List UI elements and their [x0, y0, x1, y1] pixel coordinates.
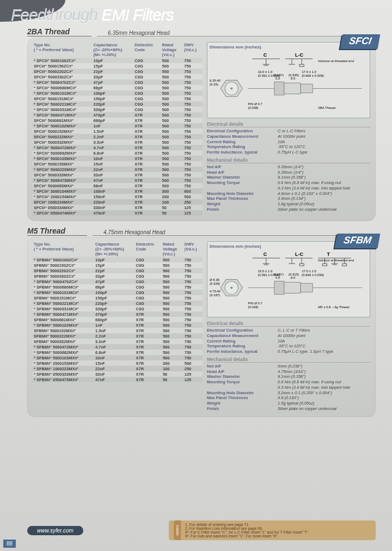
cell-dwv: 750 [183, 328, 203, 333]
svg-text:C: C [264, 252, 267, 257]
col-dwv: DWV(Vd.c.) [183, 241, 203, 257]
cell-rv: 50 [161, 210, 183, 216]
mechanical-heading: Mechanical details [207, 357, 370, 363]
cell-pn: * SFBM#¹ 5000472MX#² [33, 344, 94, 350]
cell-dwv: 750 [183, 350, 203, 355]
cell-dwv: 750 [183, 85, 203, 90]
filter-drawing-icon: C L-C Inductor at threaded end T 15.0 ± … [209, 249, 369, 315]
cell-cap: 47nF [94, 377, 134, 382]
svg-text:(0.197): (0.197) [273, 74, 284, 77]
cell-rv: 500 [161, 150, 183, 156]
cell-pn: SFCI#¹ 0500334MX#² [33, 205, 93, 210]
table-row: SFCI#¹ 5000151MC#² 150pF C0G 500 750 [33, 96, 203, 101]
cell-rv: 50 [162, 371, 183, 377]
svg-text:8.0: 8.0 [291, 276, 296, 279]
cell-dwv: 750 [183, 63, 203, 69]
table-row: * SFBM#¹ 5000470ZC#² 47pF C0G 500 750 [33, 279, 203, 284]
parts-table: Type No.( * = Preferred Value) Capacitan… [33, 42, 203, 216]
cell-diel: X7R [135, 322, 162, 328]
cell-diel: X7R [133, 139, 161, 145]
col-rv: RatedVoltage(Vd.c.) [161, 42, 183, 58]
cell-pn: * SFBM#¹ 2000153MX#² [33, 360, 94, 366]
svg-text:C: C [264, 52, 267, 58]
detail-row: Temperature Rating-55°C to 125°C [207, 344, 370, 349]
cell-dwv: 750 [183, 139, 203, 145]
note-line: 1. For details of ordering see page 71. [185, 523, 371, 526]
svg-rect-52 [342, 264, 347, 266]
cell-rv: 500 [162, 295, 183, 301]
cell-rv: 500 [161, 161, 183, 167]
table-row: * SFCI#¹ 5000331MC#² 330pF C0G 500 750 [33, 107, 203, 112]
cell-dwv: 750 [183, 177, 203, 183]
svg-text:15.0 ± 1.0: 15.0 ± 1.0 [258, 270, 273, 273]
table-row: SFBM#¹ 5000222MX#² 2.2nF X7R 500 750 [33, 333, 203, 339]
dimensions-diagram: Dimensions mm (inches) C L-C Inductor at… [207, 241, 370, 317]
cell-dwv: 750 [183, 262, 203, 268]
svg-text:PIN Ø 0.7: PIN Ø 0.7 [248, 302, 262, 305]
cell-dwv: 750 [183, 161, 203, 167]
dimensions-diagram: Dimensions mm (inches) C L-C Inductor at… [207, 42, 370, 118]
table-row: SFCI#¹ 5000332MX#² 3.3nF X7R 500 750 [33, 139, 203, 145]
table-row: * SFBM#¹ 5000102MX#² 1nF X7R 500 750 [33, 322, 203, 328]
cell-dwv: 750 [183, 58, 203, 63]
cell-pn: * SFBM#¹ 5000470ZC#² [33, 279, 94, 284]
detail-row: Nut A/F6.35mm (1/4") [207, 164, 370, 170]
cell-cap: 15pF [94, 262, 134, 268]
cell-diel: X7R [133, 123, 161, 128]
detail-row: Current Rating10A [207, 139, 370, 145]
detail-row: Current Rating10A [207, 339, 370, 344]
note-line: 2. For Insertion Loss information see pa… [185, 526, 371, 530]
cell-cap: 220nF [93, 199, 134, 205]
cell-cap: 2.2nF [93, 134, 134, 139]
table-row: SFCI#¹ 5000150ZC#² 15pF C0G 500 750 [33, 63, 203, 69]
detail-row: Electrical ConfigurationC, L-C or T Filt… [207, 328, 370, 333]
svg-rect-65 [274, 281, 284, 294]
cell-rv: 500 [161, 112, 183, 118]
cell-diel: C0G [133, 74, 161, 79]
table-row: * SFCI#¹ 0500474MX#² 470nF X7R 50 125 [33, 210, 203, 216]
svg-rect-10 [299, 64, 304, 66]
cell-dwv: 750 [183, 279, 203, 284]
cell-dwv: 750 [183, 339, 203, 344]
note-line: #³. For C Filter insert "C", for L-C Fil… [185, 530, 371, 534]
cell-pn: * SFCI#¹ 5000473MX#² [33, 177, 93, 183]
cell-diel: X7R [133, 134, 161, 139]
cell-diel: X7R [135, 371, 162, 377]
detail-row: Electrical ConfigurationC or L-C Filters [207, 128, 370, 134]
table-row: * SFCI#¹ 5000680MC#² 68pF C0G 500 750 [33, 85, 203, 90]
detail-row: Mounting Hole Diameter5.2mm ± 0.1 (0.205… [207, 390, 370, 396]
cell-diel: X7R [133, 128, 161, 134]
svg-text:PIN Ø 0.7: PIN Ø 0.7 [248, 102, 262, 106]
cell-cap: 330pF [94, 306, 134, 311]
cell-pn: * SFCI#¹ 5000221MC#² [33, 101, 93, 107]
cell-cap: 22nF [94, 366, 134, 371]
cell-cap: 22pF [93, 69, 134, 74]
svg-text:Inductor at threaded end: Inductor at threaded end [318, 259, 354, 262]
cell-diel: C0G [135, 279, 162, 284]
mechanical-heading: Mechanical details [207, 157, 370, 163]
cell-pn: SFBM#¹ 5000332MX#² [33, 339, 94, 344]
cell-cap: 470pF [94, 311, 134, 317]
cell-rv: 500 [161, 172, 183, 177]
cell-dwv: 500 [183, 194, 203, 199]
cell-dwv: 750 [183, 284, 203, 290]
cell-dwv: 750 [183, 183, 203, 188]
cell-pn: SFBM#¹ 5000330ZC#² [33, 273, 94, 279]
cell-pn: * SFBM#¹ 5000680MC#² [33, 284, 94, 290]
cell-pn: * SFCI#¹ 5000100ZC#² [33, 58, 93, 63]
cell-dwv: 750 [183, 69, 203, 74]
cell-dwv: 750 [183, 74, 203, 79]
cell-diel: X7R [135, 344, 162, 350]
cell-cap: 33nF [93, 172, 134, 177]
cell-pn: * SFCI#¹ 5000472MX#² [33, 145, 93, 150]
cell-rv: 500 [161, 96, 183, 101]
cell-diel: C0G [133, 85, 161, 90]
svg-text:5.0: 5.0 [275, 77, 280, 80]
cell-dwv: 750 [183, 322, 203, 328]
cell-dwv: 750 [183, 333, 203, 339]
cell-rv: 500 [162, 262, 183, 268]
cell-rv: 500 [161, 134, 183, 139]
table-row: * SFCI#¹ 5000223MX#² 22nF X7R 500 750 [33, 167, 203, 172]
cell-cap: 47nF [93, 177, 134, 183]
cell-diel: C0G [133, 101, 161, 107]
